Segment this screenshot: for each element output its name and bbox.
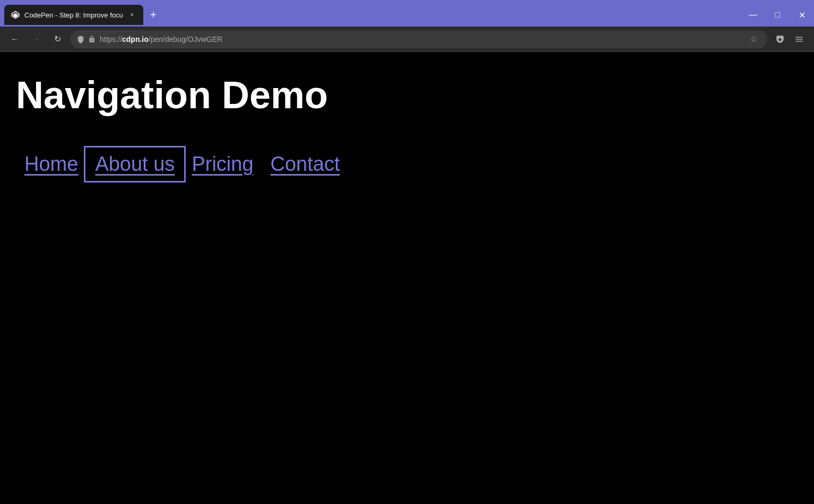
close-button[interactable]: ✕ bbox=[790, 2, 814, 28]
tab-title: CodePen - Step 8: Improve focu bbox=[24, 11, 123, 19]
minimize-button[interactable]: — bbox=[741, 2, 765, 28]
url-host: cdpn.io bbox=[122, 35, 149, 44]
nav-link-home[interactable]: Home bbox=[16, 149, 86, 180]
browser-chrome: CodePen - Step 8: Improve focu × + — □ ✕… bbox=[0, 0, 814, 52]
window-controls: — □ ✕ bbox=[741, 2, 814, 28]
nav-link-about-us[interactable]: About us bbox=[86, 149, 183, 180]
back-button[interactable]: ← bbox=[6, 31, 23, 48]
new-tab-button[interactable]: + bbox=[145, 7, 161, 23]
shield-icon bbox=[76, 35, 85, 44]
tab-close-button[interactable]: × bbox=[127, 10, 137, 20]
tab-favicon bbox=[11, 10, 20, 20]
reload-button[interactable]: ↻ bbox=[49, 31, 66, 48]
page-title: Navigation Demo bbox=[16, 73, 798, 117]
web-content: Navigation Demo Home About us Pricing Co… bbox=[0, 52, 814, 504]
pocket-button[interactable] bbox=[772, 31, 789, 48]
url-path: /pen/debug/OJvwGER bbox=[149, 35, 222, 44]
menu-button[interactable] bbox=[791, 31, 808, 48]
forward-button[interactable]: → bbox=[28, 31, 45, 48]
maximize-button[interactable]: □ bbox=[765, 2, 790, 28]
address-bar-icons bbox=[76, 35, 96, 44]
bookmark-button[interactable]: ☆ bbox=[746, 32, 761, 47]
address-bar[interactable]: https://cdpn.io/pen/debug/OJvwGER ☆ bbox=[70, 30, 767, 48]
navigation-menu: Home About us Pricing Contact bbox=[16, 149, 798, 180]
nav-link-pricing[interactable]: Pricing bbox=[183, 149, 262, 180]
nav-link-contact[interactable]: Contact bbox=[262, 149, 349, 180]
nav-right-controls bbox=[772, 31, 808, 48]
navigation-bar: ← → ↻ https://cdpn.io/pen/debug/OJvwGER … bbox=[0, 27, 814, 52]
active-tab[interactable]: CodePen - Step 8: Improve focu × bbox=[4, 5, 143, 25]
url-scheme: https:// bbox=[100, 35, 122, 44]
tab-bar: CodePen - Step 8: Improve focu × + — □ ✕ bbox=[0, 0, 814, 27]
url-display: https://cdpn.io/pen/debug/OJvwGER bbox=[100, 35, 742, 44]
lock-icon bbox=[88, 36, 96, 43]
